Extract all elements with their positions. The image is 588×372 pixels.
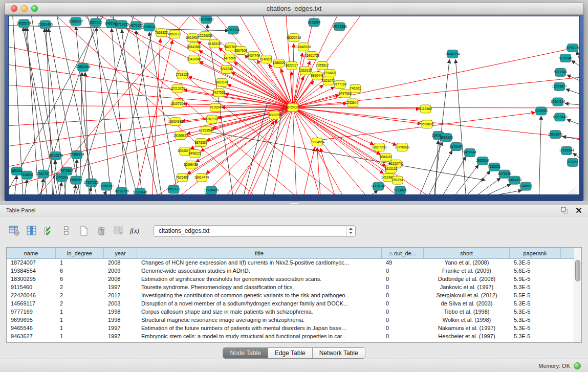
table-cell[interactable]: 5.3E-5 <box>510 333 561 341</box>
table-cell[interactable]: Structural magnetic resonance image aver… <box>137 316 382 324</box>
table-cell[interactable]: 0 <box>382 316 424 324</box>
graph-node[interactable]: 8660123 <box>168 30 182 38</box>
graph-node[interactable]: 1588520 <box>273 59 286 68</box>
graph-node[interactable]: 2803144 <box>215 78 229 86</box>
table-cell[interactable]: 1998 <box>104 316 137 324</box>
scrollbar-thumb[interactable] <box>575 260 580 281</box>
graph-node[interactable]: 10654112 <box>508 176 522 184</box>
table-cell[interactable]: 1998 <box>104 308 137 316</box>
table-cell[interactable]: 9115460 <box>7 283 56 292</box>
table-row[interactable]: 969969511998Structural magnetic resonanc… <box>7 316 574 324</box>
graph-node[interactable]: 16782759 <box>114 187 129 195</box>
canvas-resize-grip[interactable] <box>572 187 578 194</box>
table-cell[interactable]: 1997 <box>104 324 137 333</box>
graph-node[interactable]: 7663822 <box>155 29 168 37</box>
tab-edge-table[interactable]: Edge Table <box>268 348 313 358</box>
canvas-resize-grip[interactable] <box>575 190 578 194</box>
new-document-icon[interactable] <box>77 223 91 238</box>
table-cell[interactable]: 1 <box>56 324 104 333</box>
graph-node[interactable]: 9699695 <box>421 120 434 128</box>
graph-node[interactable]: 18300295 <box>267 111 282 119</box>
vertical-scrollbar[interactable] <box>574 248 581 342</box>
graph-node[interactable]: 16033809 <box>199 16 214 24</box>
table-cell[interactable]: Stergiakouli et al. (2012) <box>424 292 510 300</box>
table-row[interactable]: 911546021997Tourette syndrome. Phenomeno… <box>7 283 574 292</box>
column-header-short[interactable]: short <box>424 248 510 258</box>
graph-node[interactable]: 19654985 <box>168 118 183 126</box>
table-cell[interactable]: 2008 <box>104 275 137 283</box>
column-header-in_degree[interactable]: in_degree <box>56 248 104 258</box>
table-cell[interactable]: 1 <box>56 333 104 341</box>
graph-node[interactable]: 8454749 <box>247 52 260 60</box>
minimize-window-button[interactable] <box>21 5 28 12</box>
table-cell[interactable]: de Silva et al. (2003) <box>424 300 510 308</box>
graph-node[interactable]: 17016504 <box>559 147 574 155</box>
table-cell[interactable]: 9777169 <box>7 308 56 316</box>
graph-node[interactable]: 19218586 <box>332 23 347 31</box>
table-cell[interactable]: 2003 <box>104 300 137 308</box>
graph-node[interactable]: 14671355 <box>128 21 143 30</box>
graph-node[interactable]: 12093877 <box>552 82 567 91</box>
table-cell[interactable]: Tibbo et al. (1998) <box>424 308 510 316</box>
graph-node[interactable]: 1350515 <box>70 176 83 184</box>
graph-node[interactable]: 417004 <box>210 103 221 112</box>
graph-node[interactable]: 5498222 <box>188 150 202 158</box>
graph-node[interactable]: 24055724 <box>16 19 31 28</box>
table-cell[interactable]: 2 <box>56 300 104 308</box>
table-cell[interactable]: Estimation of the future numbers of pati… <box>137 324 382 333</box>
table-row[interactable]: 1872400712008Changes of HCN gene express… <box>7 259 574 267</box>
window-titlebar[interactable]: citations_edges.txt <box>5 3 583 15</box>
graph-node[interactable]: 7632621 <box>488 163 501 171</box>
table-cell[interactable]: 0 <box>382 292 424 300</box>
graph-node[interactable]: 118753 <box>568 158 578 166</box>
graph-node[interactable]: 7625402 <box>176 173 189 182</box>
graph-node[interactable]: 16914479 <box>194 173 209 182</box>
graph-node[interactable]: 9129946 <box>559 54 573 62</box>
panel-divider[interactable] <box>0 201 588 205</box>
table-cell[interactable]: 9463627 <box>7 333 56 341</box>
table-cell[interactable]: Dudbridge et al. (2008) <box>424 275 510 283</box>
graph-node[interactable]: 9227343 <box>554 68 568 76</box>
graph-node[interactable]: 6679197 <box>450 143 463 151</box>
tab-network-table[interactable]: Network Table <box>313 348 365 358</box>
table-cell[interactable]: 5.6E-5 <box>510 267 561 275</box>
graph-node[interactable]: 15992971 <box>548 130 563 139</box>
graph-node[interactable]: 22420046 <box>187 55 202 63</box>
graph-node[interactable]: 10653287 <box>69 17 83 26</box>
graph-node[interactable]: 9242848 <box>220 65 233 73</box>
graph-node[interactable]: 12226058 <box>198 32 213 40</box>
table-cell[interactable]: 5.9E-5 <box>510 275 561 283</box>
table-row[interactable]: 2242004622012Investigating the contribut… <box>7 292 574 300</box>
table-cell[interactable]: Nakamura et al. (1997) <box>424 324 510 333</box>
graph-node[interactable]: 16648794 <box>445 50 460 58</box>
graph-node[interactable]: 17359924 <box>70 150 84 159</box>
graph-node[interactable]: 17957223 <box>84 179 99 187</box>
graph-node[interactable]: 3475685 <box>223 54 236 62</box>
table-cell[interactable]: Hescheler et al. (1997) <box>424 333 510 341</box>
graph-node[interactable]: 9245652 <box>519 182 533 190</box>
graph-node[interactable]: 7857224 <box>227 26 240 34</box>
graph-node[interactable]: 2935114 <box>476 157 489 165</box>
table-cell[interactable]: 1 <box>56 308 104 316</box>
table-cell[interactable]: 1997 <box>104 283 137 292</box>
memory-indicator-icon[interactable] <box>574 362 581 369</box>
graph-node[interactable]: 16210643 <box>553 113 568 121</box>
table-source-select[interactable]: citations_edges.txt <box>154 225 356 237</box>
graph-node[interactable]: 1115686 <box>21 171 34 179</box>
table-row[interactable]: 946362711997Embryonic stem cells: a mode… <box>7 333 574 341</box>
graph-node[interactable]: 18640910 <box>296 43 311 51</box>
graph-node[interactable]: 18807293 <box>372 143 387 151</box>
column-header-year[interactable]: year <box>104 248 137 258</box>
select-rows-checklist-icon[interactable] <box>42 223 56 238</box>
graph-node[interactable]: 2942757 <box>37 170 50 178</box>
graph-node[interactable]: 8822037 <box>285 61 298 70</box>
table-column-icon[interactable] <box>25 223 38 238</box>
table-cell[interactable]: Disruption of a novel member of a sodium… <box>137 300 382 308</box>
table-cell[interactable]: Yano et al. (2008) <box>424 259 510 267</box>
graph-node[interactable]: 19384554 <box>310 138 324 146</box>
graph-node[interactable]: 2867608 <box>234 47 248 55</box>
graph-node[interactable]: 12353594 <box>199 126 214 135</box>
show-rows-icon[interactable] <box>59 223 73 238</box>
table-cell[interactable]: 5.3E-5 <box>510 259 561 267</box>
graph-node[interactable]: 10958167 <box>99 182 114 190</box>
